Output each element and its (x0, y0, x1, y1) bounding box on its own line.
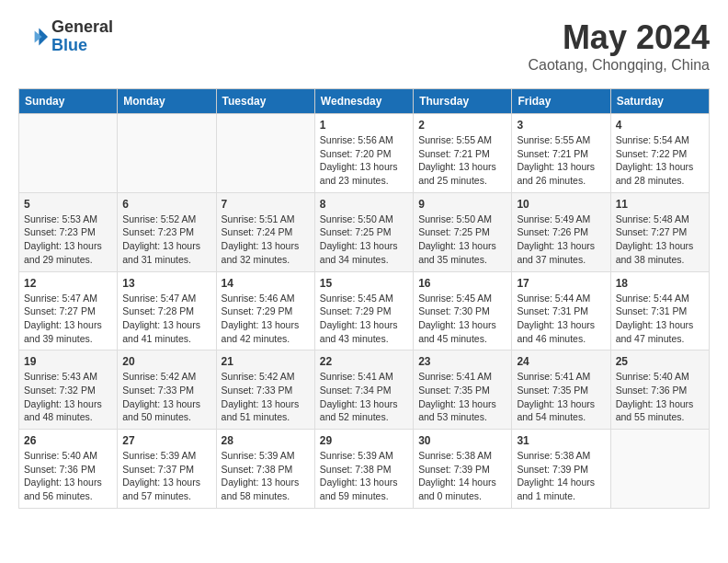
day-info: Sunrise: 5:39 AM Sunset: 7:37 PM Dayligh… (122, 449, 210, 503)
day-number: 26 (24, 434, 112, 447)
column-header-saturday: Saturday (610, 89, 709, 114)
day-info: Sunrise: 5:38 AM Sunset: 7:39 PM Dayligh… (418, 449, 506, 503)
day-number: 13 (122, 277, 210, 290)
calendar-day: 28Sunrise: 5:39 AM Sunset: 7:38 PM Dayli… (216, 430, 314, 509)
day-info: Sunrise: 5:39 AM Sunset: 7:38 PM Dayligh… (320, 449, 408, 503)
calendar-day: 3Sunrise: 5:55 AM Sunset: 7:21 PM Daylig… (512, 114, 610, 193)
day-number: 28 (222, 434, 310, 447)
day-number: 16 (418, 277, 506, 290)
column-header-thursday: Thursday (414, 89, 512, 114)
day-info: Sunrise: 5:41 AM Sunset: 7:34 PM Dayligh… (320, 370, 408, 424)
day-info: Sunrise: 5:43 AM Sunset: 7:32 PM Dayligh… (24, 370, 112, 424)
column-header-tuesday: Tuesday (216, 89, 314, 114)
day-number: 1 (320, 119, 408, 132)
day-number: 3 (517, 119, 605, 132)
calendar-day: 7Sunrise: 5:51 AM Sunset: 7:24 PM Daylig… (216, 192, 314, 271)
day-info: Sunrise: 5:44 AM Sunset: 7:31 PM Dayligh… (616, 292, 704, 346)
calendar-week-4: 19Sunrise: 5:43 AM Sunset: 7:32 PM Dayli… (19, 350, 710, 430)
calendar-week-2: 5Sunrise: 5:53 AM Sunset: 7:23 PM Daylig… (19, 192, 710, 271)
page-header: General Blue May 2024 Caotang, Chongqing… (18, 18, 710, 74)
day-info: Sunrise: 5:44 AM Sunset: 7:31 PM Dayligh… (517, 292, 605, 346)
calendar-day (19, 114, 118, 193)
calendar-day: 18Sunrise: 5:44 AM Sunset: 7:31 PM Dayli… (610, 271, 709, 350)
day-number: 22 (320, 355, 408, 368)
day-info: Sunrise: 5:47 AM Sunset: 7:28 PM Dayligh… (122, 292, 210, 346)
logo-text: General Blue (51, 18, 113, 55)
calendar-day: 29Sunrise: 5:39 AM Sunset: 7:38 PM Dayli… (314, 430, 413, 509)
day-info: Sunrise: 5:50 AM Sunset: 7:25 PM Dayligh… (418, 213, 506, 267)
title-block: May 2024 Caotang, Chongqing, China (529, 18, 710, 74)
calendar-day: 1Sunrise: 5:56 AM Sunset: 7:20 PM Daylig… (314, 114, 413, 193)
day-info: Sunrise: 5:50 AM Sunset: 7:25 PM Dayligh… (320, 213, 408, 267)
day-number: 25 (616, 355, 704, 368)
calendar-day: 20Sunrise: 5:42 AM Sunset: 7:33 PM Dayli… (118, 350, 216, 430)
day-number: 27 (122, 434, 210, 447)
header-row: SundayMondayTuesdayWednesdayThursdayFrid… (19, 89, 710, 114)
title-month: May 2024 (529, 18, 710, 57)
day-number: 8 (320, 198, 408, 211)
day-number: 2 (418, 119, 506, 132)
day-number: 31 (517, 434, 605, 447)
day-info: Sunrise: 5:54 AM Sunset: 7:22 PM Dayligh… (616, 133, 704, 188)
calendar-day: 17Sunrise: 5:44 AM Sunset: 7:31 PM Dayli… (512, 271, 610, 350)
column-header-friday: Friday (512, 89, 610, 114)
column-header-monday: Monday (118, 89, 216, 114)
day-info: Sunrise: 5:40 AM Sunset: 7:36 PM Dayligh… (24, 449, 112, 503)
day-number: 11 (616, 198, 704, 211)
day-number: 17 (517, 277, 605, 290)
calendar-day: 13Sunrise: 5:47 AM Sunset: 7:28 PM Dayli… (118, 271, 216, 350)
calendar-day: 23Sunrise: 5:41 AM Sunset: 7:35 PM Dayli… (414, 350, 512, 430)
day-number: 4 (616, 119, 704, 132)
day-info: Sunrise: 5:53 AM Sunset: 7:23 PM Dayligh… (24, 213, 112, 267)
day-number: 12 (24, 277, 112, 290)
day-number: 9 (418, 198, 506, 211)
day-number: 18 (616, 277, 704, 290)
calendar-week-5: 26Sunrise: 5:40 AM Sunset: 7:36 PM Dayli… (19, 430, 710, 509)
day-info: Sunrise: 5:52 AM Sunset: 7:23 PM Dayligh… (122, 213, 210, 267)
day-number: 10 (517, 198, 605, 211)
title-location: Caotang, Chongqing, China (529, 57, 710, 74)
calendar-day: 24Sunrise: 5:41 AM Sunset: 7:35 PM Dayli… (512, 350, 610, 430)
calendar-week-1: 1Sunrise: 5:56 AM Sunset: 7:20 PM Daylig… (19, 114, 710, 193)
calendar-day: 26Sunrise: 5:40 AM Sunset: 7:36 PM Dayli… (19, 430, 118, 509)
calendar-day: 31Sunrise: 5:38 AM Sunset: 7:39 PM Dayli… (512, 430, 610, 509)
calendar-day: 16Sunrise: 5:45 AM Sunset: 7:30 PM Dayli… (414, 271, 512, 350)
day-number: 6 (122, 198, 210, 211)
day-number: 23 (418, 355, 506, 368)
calendar-day: 4Sunrise: 5:54 AM Sunset: 7:22 PM Daylig… (610, 114, 709, 193)
calendar-day: 11Sunrise: 5:48 AM Sunset: 7:27 PM Dayli… (610, 192, 709, 271)
day-info: Sunrise: 5:39 AM Sunset: 7:38 PM Dayligh… (222, 449, 310, 503)
calendar-day: 21Sunrise: 5:42 AM Sunset: 7:33 PM Dayli… (216, 350, 314, 430)
calendar-day: 19Sunrise: 5:43 AM Sunset: 7:32 PM Dayli… (19, 350, 118, 430)
day-info: Sunrise: 5:56 AM Sunset: 7:20 PM Dayligh… (320, 133, 408, 188)
calendar-day: 12Sunrise: 5:47 AM Sunset: 7:27 PM Dayli… (19, 271, 118, 350)
calendar-day (610, 430, 709, 509)
day-info: Sunrise: 5:41 AM Sunset: 7:35 PM Dayligh… (418, 370, 506, 424)
calendar-day: 8Sunrise: 5:50 AM Sunset: 7:25 PM Daylig… (314, 192, 413, 271)
calendar-day: 15Sunrise: 5:45 AM Sunset: 7:29 PM Dayli… (314, 271, 413, 350)
day-number: 5 (24, 198, 112, 211)
day-number: 20 (122, 355, 210, 368)
day-number: 30 (418, 434, 506, 447)
calendar-day (118, 114, 216, 193)
calendar-day: 30Sunrise: 5:38 AM Sunset: 7:39 PM Dayli… (414, 430, 512, 509)
day-info: Sunrise: 5:46 AM Sunset: 7:29 PM Dayligh… (222, 292, 310, 346)
column-header-wednesday: Wednesday (314, 89, 413, 114)
calendar-day: 5Sunrise: 5:53 AM Sunset: 7:23 PM Daylig… (19, 192, 118, 271)
calendar-day: 14Sunrise: 5:46 AM Sunset: 7:29 PM Dayli… (216, 271, 314, 350)
day-info: Sunrise: 5:40 AM Sunset: 7:36 PM Dayligh… (616, 370, 704, 424)
logo: General Blue (18, 18, 113, 55)
day-info: Sunrise: 5:45 AM Sunset: 7:30 PM Dayligh… (418, 292, 506, 346)
day-info: Sunrise: 5:42 AM Sunset: 7:33 PM Dayligh… (122, 370, 210, 424)
day-number: 7 (222, 198, 310, 211)
calendar-table: SundayMondayTuesdayWednesdayThursdayFrid… (18, 88, 710, 509)
calendar-day: 2Sunrise: 5:55 AM Sunset: 7:21 PM Daylig… (414, 114, 512, 193)
calendar-day (216, 114, 314, 193)
day-info: Sunrise: 5:51 AM Sunset: 7:24 PM Dayligh… (222, 213, 310, 267)
day-number: 21 (222, 355, 310, 368)
calendar-day: 22Sunrise: 5:41 AM Sunset: 7:34 PM Dayli… (314, 350, 413, 430)
calendar-day: 27Sunrise: 5:39 AM Sunset: 7:37 PM Dayli… (118, 430, 216, 509)
day-info: Sunrise: 5:42 AM Sunset: 7:33 PM Dayligh… (222, 370, 310, 424)
calendar-day: 9Sunrise: 5:50 AM Sunset: 7:25 PM Daylig… (414, 192, 512, 271)
day-number: 29 (320, 434, 408, 447)
